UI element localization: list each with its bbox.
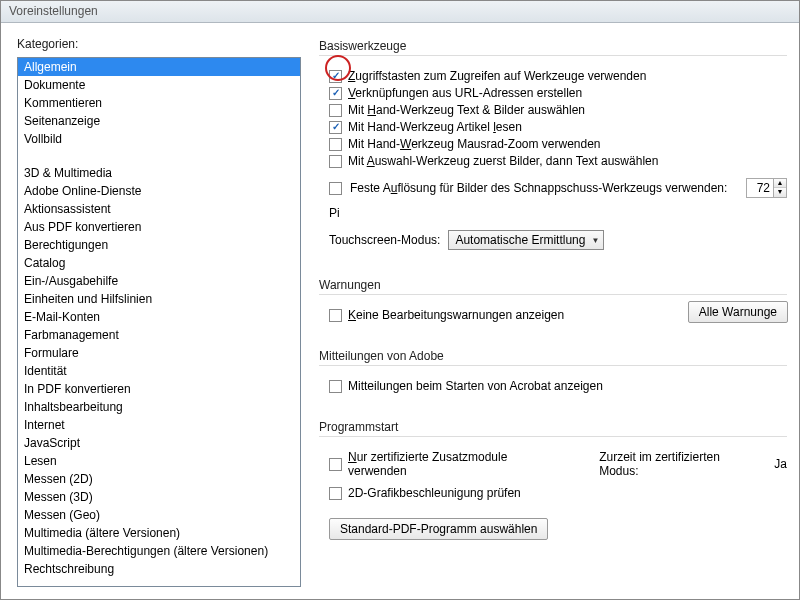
group-basic-tools: Basiswerkzeuge Zugriffstasten zum Zugrei… [319,37,787,262]
group-warnings-title: Warnungen [319,276,787,295]
certified-status-label: Zurzeit im zertifizierten Modus: [599,450,762,478]
spinner-up-icon[interactable]: ▲ [774,179,786,188]
category-item[interactable]: Identität [18,362,300,380]
category-item[interactable]: Einheiten und Hilfslinien [18,290,300,308]
categories-listbox[interactable]: AllgemeinDokumenteKommentierenSeitenanze… [17,57,301,587]
category-item[interactable]: Berechtigungen [18,236,300,254]
category-item[interactable]: Lesen [18,452,300,470]
category-item[interactable]: Farbmanagement [18,326,300,344]
reset-warnings-button[interactable]: Alle Warnunge [688,301,788,323]
chk-hand-zoom[interactable] [329,138,342,151]
resolution-input[interactable] [747,179,773,197]
category-item[interactable]: Rechtschreibung [18,560,300,578]
chk-show-messages[interactable] [329,380,342,393]
category-item[interactable]: Catalog [18,254,300,272]
dialog-content: Kategorien: AllgemeinDokumenteKommentier… [1,23,799,599]
chk-access-keys-label: Zugriffstasten zum Zugreifen auf Werkzeu… [348,69,646,83]
spinner-down-icon[interactable]: ▼ [774,188,786,197]
category-item[interactable]: Dokumente [18,76,300,94]
chk-2d-accel-label: 2D-Grafikbeschleunigung prüfen [348,486,521,500]
chk-certified-only-label: Nur zertifizierte Zusatzmodule verwenden [348,450,569,478]
chk-hand-select-label: Mit Hand-Werkzeug Text & Bilder auswähle… [348,103,585,117]
category-item[interactable]: Kommentieren [18,94,300,112]
categories-panel: Kategorien: AllgemeinDokumenteKommentier… [17,37,301,599]
chk-no-edit-warn-label: Keine Bearbeitungswarnungen anzeigen [348,308,564,322]
category-item[interactable]: Aktionsassistent [18,200,300,218]
category-item[interactable]: Seitenanzeige [18,112,300,130]
chk-select-order-label: Mit Auswahl-Werkzeug zuerst Bilder, dann… [348,154,658,168]
category-item[interactable]: Formulare [18,344,300,362]
category-item[interactable]: Internet [18,416,300,434]
category-item[interactable]: Messen (3D) [18,488,300,506]
window-title: Voreinstellungen [9,4,98,18]
group-warnings: Warnungen Keine Bearbeitungswarnungen an… [319,276,787,333]
group-basic-title: Basiswerkzeuge [319,37,787,56]
chk-access-keys[interactable] [329,70,342,83]
category-item[interactable]: Adobe Online-Dienste [18,182,300,200]
category-item[interactable]: Messen (2D) [18,470,300,488]
chk-hand-read-label: Mit Hand-Werkzeug Artikel lesen [348,120,522,134]
category-item[interactable]: Allgemein [18,58,300,76]
chk-hand-zoom-label: Mit Hand-Werkzeug Mausrad-Zoom verwenden [348,137,601,151]
touchscreen-label: Touchscreen-Modus: [329,233,440,247]
chk-hand-read[interactable] [329,121,342,134]
window-titlebar: Voreinstellungen [1,1,799,23]
category-item[interactable]: Inhaltsbearbeitung [18,398,300,416]
touchscreen-value: Automatische Ermittlung [455,233,585,247]
category-item[interactable]: E-Mail-Konten [18,308,300,326]
chk-hand-select[interactable] [329,104,342,117]
group-notices-title: Mitteilungen von Adobe [319,347,787,366]
certified-status-value: Ja [774,457,787,471]
chk-url-links-label: Verknüpfungen aus URL-Adressen erstellen [348,86,582,100]
chk-2d-accel[interactable] [329,487,342,500]
category-item[interactable]: Multimedia-Berechtigungen (ältere Versio… [18,542,300,560]
chk-show-messages-label: Mitteilungen beim Starten von Acrobat an… [348,379,603,393]
category-item[interactable]: 3D & Multimedia [18,164,300,182]
chk-certified-only[interactable] [329,458,342,471]
category-item[interactable]: JavaScript [18,434,300,452]
touchscreen-dropdown[interactable]: Automatische Ermittlung ▼ [448,230,604,250]
chk-fixed-resolution-label: Feste Auflösung für Bilder des Schnappsc… [350,181,727,195]
chk-fixed-resolution[interactable] [329,182,342,195]
group-startup-title: Programmstart [319,418,787,437]
category-item[interactable]: Ein-/Ausgabehilfe [18,272,300,290]
category-item[interactable]: Vollbild [18,130,300,148]
list-spacer [18,148,300,164]
settings-panel: Basiswerkzeuge Zugriffstasten zum Zugrei… [319,37,787,599]
chevron-down-icon: ▼ [591,236,599,245]
resolution-spinner[interactable]: ▲▼ [746,178,787,198]
category-item[interactable]: Aus PDF konvertieren [18,218,300,236]
category-item[interactable]: In PDF konvertieren [18,380,300,398]
resolution-unit: Pi [329,206,340,220]
category-item[interactable]: Messen (Geo) [18,506,300,524]
group-startup: Programmstart Nur zertifizierte Zusatzmo… [319,418,787,548]
chk-select-order[interactable] [329,155,342,168]
chk-no-edit-warn[interactable] [329,309,342,322]
categories-label: Kategorien: [17,37,301,51]
chk-url-links[interactable] [329,87,342,100]
group-notices: Mitteilungen von Adobe Mitteilungen beim… [319,347,787,404]
category-item[interactable]: Multimedia (ältere Versionen) [18,524,300,542]
default-pdf-app-button[interactable]: Standard-PDF-Programm auswählen [329,518,548,540]
